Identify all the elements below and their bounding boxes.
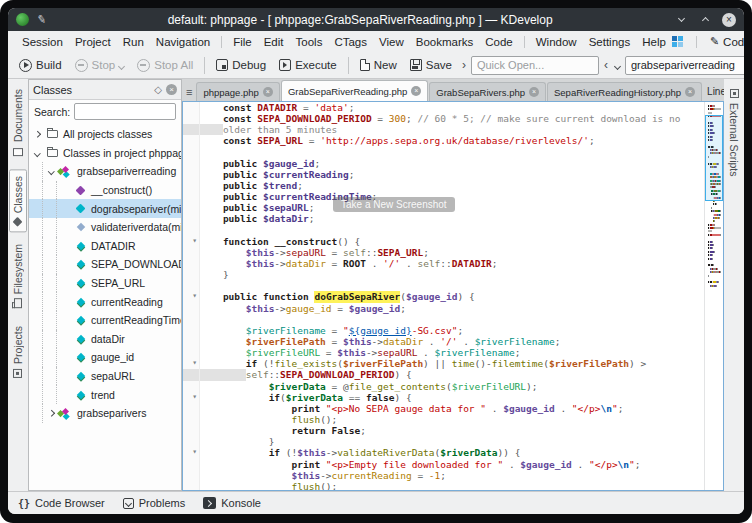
dropdown-chevron-icon[interactable] [119,59,124,71]
tab-phppage-php[interactable]: phppage.php× [196,82,279,101]
quick-open-input[interactable] [471,56,599,75]
tree-item-construct[interactable]: __construct() [29,181,181,200]
tab-grabsepariverreading-php[interactable]: GrabSepaRiverReading.php× [281,80,428,101]
menu-session[interactable]: Session [16,34,69,50]
minimize-icon[interactable] [674,13,688,27]
toolview-tab-classes[interactable]: Classes [9,169,27,232]
expander-right-icon[interactable] [33,132,42,137]
code-token: // 60 * 5; // make sure current download… [417,113,680,124]
tree-item-sepa-url[interactable]: SEPA_URL [29,274,181,293]
fold-marker-icon[interactable]: ▾ [183,392,200,403]
toolbar-overflow-icon[interactable]: › [460,58,468,72]
code-token: ; [492,258,498,269]
maximize-icon[interactable] [698,13,712,27]
new-button[interactable]: New [355,56,402,74]
document-list-icon[interactable]: ≡ [184,86,196,101]
fold-marker-icon[interactable]: ▾ [183,358,200,369]
expander-down-icon[interactable] [47,169,56,174]
grid-icon[interactable] [672,36,683,47]
editor[interactable]: const DATADIR = 'data';const SEPA_DOWNLO… [182,101,724,491]
code-token: ); [526,381,537,392]
debug-button[interactable]: Debug [211,56,271,74]
menu-run[interactable]: Run [117,34,150,50]
tab-close-icon[interactable]: × [263,87,273,97]
konsole-button[interactable]: Konsole [203,497,261,509]
minimap-scrollbar[interactable] [704,102,723,490]
tree-item-sepaurl[interactable]: sepaURL [29,367,181,386]
toolview-tab-external-scripts[interactable]: External Scripts [726,83,742,183]
search-prev-button[interactable]: ‹ [602,58,610,72]
expander-right-icon[interactable] [47,411,56,416]
code-menu-button[interactable]: ✎ Code [710,35,744,48]
code-browser-button[interactable]: {}Code Browser [18,497,105,509]
problems-button[interactable]: Problems [123,497,185,509]
code-line: $this->dataDir = ROOT . '/' . self::DATA… [183,258,704,269]
tree-item-grabsepariverreading[interactable]: grabsepariverreading [29,162,181,181]
panel-detach-icon[interactable]: ◇ [154,84,162,95]
toolview-tab-projects[interactable]: Projects [10,320,26,384]
code-token: ; [589,135,595,146]
classes-search-input[interactable] [74,103,176,120]
menu-view[interactable]: View [373,34,410,50]
code-token: () { [337,236,360,247]
tab-close-icon[interactable]: × [685,87,695,97]
indent [200,236,223,247]
toolview-tab-filesystem[interactable]: Filesystem [10,238,26,313]
code-token: public [223,213,257,224]
toolview-tab-documents[interactable]: Documents [10,83,26,163]
fold-marker-icon[interactable]: ▾ [183,291,200,302]
code-line: public $trend; [183,180,704,191]
tree-item-all-projects-classes[interactable]: All projects classes [29,125,181,144]
minimap-line [707,258,721,260]
menu-help[interactable]: Help [636,34,672,50]
code-token: if [269,447,280,458]
tree-item-classes-in-project-phppage[interactable]: Classes in project phppage [29,144,181,163]
tree-item-datadir[interactable]: DATADIR [29,237,181,256]
fold-marker-icon[interactable]: ▾ [183,447,200,458]
tree-item-label: validateriverdata(mixed) [91,221,181,233]
tree-item-currentreadingtime[interactable]: currentReadingTime [29,311,181,330]
tab-close-icon[interactable]: × [411,86,421,96]
expander-down-icon[interactable] [33,151,42,156]
tab-grabseparivers-php[interactable]: GrabSepaRivers.php× [429,82,546,101]
tree-item-grabseparivers[interactable]: grabseparivers [29,404,181,423]
tree-item-gauge-id[interactable]: gauge_id [29,348,181,367]
menu-code[interactable]: Code [479,34,519,50]
tab-separiverreadinghistory-php[interactable]: SepaRiverReadingHistory.php× [547,82,702,101]
menu-edit[interactable]: Edit [258,34,290,50]
indent [200,481,292,490]
code-token: ROOT [343,258,366,269]
tree-item-label: currentReading [91,296,163,308]
save-button[interactable]: Save [405,56,457,74]
panel-close-icon[interactable]: × [166,84,177,95]
titlebar[interactable]: ✎ default: phppage - [ phppage:GrabSepaR… [8,8,744,31]
code-line: ▾if($riverData == false) { [183,392,704,403]
menu-bookmarks[interactable]: Bookmarks [410,34,480,50]
execute-button[interactable]: Execute [274,56,342,74]
code-token: == [343,392,366,403]
menu-navigation[interactable]: Navigation [150,34,216,50]
tree-item-validateriverdata-mixed[interactable]: validateriverdata(mixed) [29,218,181,237]
code-token: $riverFileURL [246,347,320,358]
search-options-icon[interactable] [613,58,622,72]
minimap-viewport[interactable] [705,115,723,201]
menu-file[interactable]: File [227,34,258,50]
code-area[interactable]: const DATADIR = 'data';const SEPA_DOWNLO… [183,102,704,490]
menu-settings[interactable]: Settings [583,34,637,50]
tab-close-icon[interactable]: × [529,87,539,97]
tree-item-datadir[interactable]: dataDir [29,330,181,349]
menu-window[interactable]: Window [530,34,583,50]
fold-marker-icon[interactable]: ▾ [183,236,200,247]
menu-tools[interactable]: Tools [290,34,329,50]
tree-item-sepa-download-period[interactable]: SEPA_DOWNLOAD_PERIOD [29,255,181,274]
tree-item-dograbsepariver-mixed[interactable]: dograbsepariver(mixed) [29,199,181,218]
close-icon[interactable]: × [722,13,736,27]
build-button[interactable]: Build [14,56,67,75]
tree-item-currentreading[interactable]: currentReading [29,292,181,311]
search-input[interactable] [625,56,744,75]
minimap-line [707,224,721,226]
menu-ctags[interactable]: CTags [328,34,373,50]
tree-item-trend[interactable]: trend [29,385,181,404]
toolbar-separator [348,57,349,74]
menu-project[interactable]: Project [69,34,117,50]
